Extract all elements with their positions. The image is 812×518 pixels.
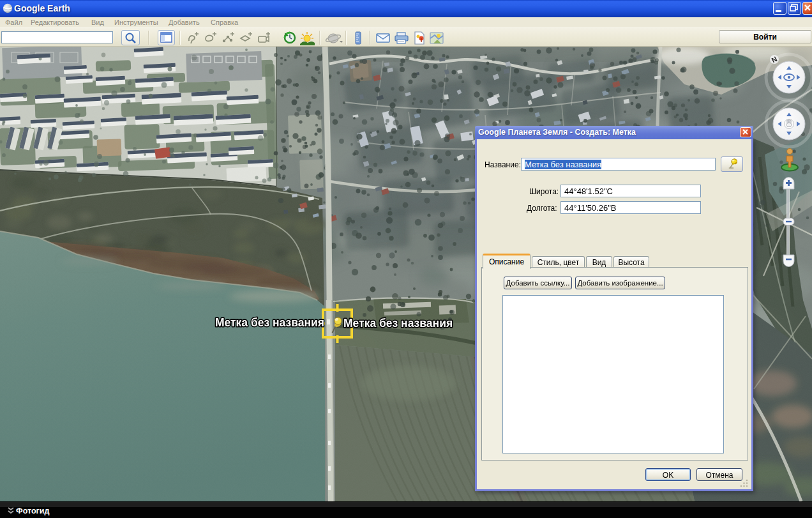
svg-text:Метка без названия: Метка без названия — [215, 316, 324, 329]
svg-text:Метка без названия: Метка без названия — [343, 317, 453, 330]
